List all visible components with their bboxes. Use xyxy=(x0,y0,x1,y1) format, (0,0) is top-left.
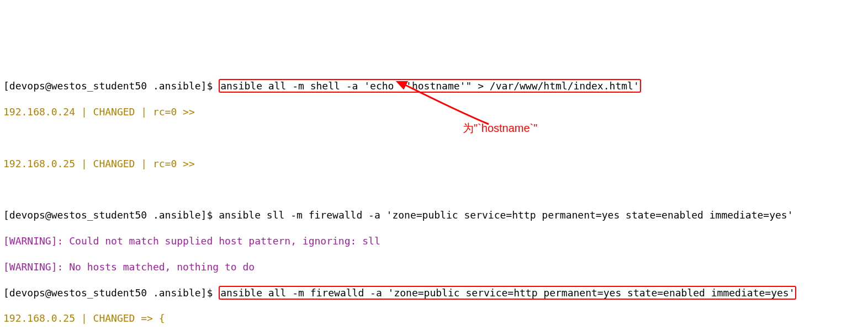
prompt: [devops@westos_student50 .ansible]$ xyxy=(3,209,219,221)
command-1-text: ansible all -m shell -a 'echo "'hostname… xyxy=(220,80,639,92)
command-3-box: ansible all -m firewalld -a 'zone=public… xyxy=(219,286,796,300)
warning-line: [WARNING]: Could not match supplied host… xyxy=(3,235,865,247)
output-line: 192.168.0.24 | CHANGED | rc=0 >> xyxy=(3,105,865,118)
prompt: [devops@westos_student50 .ansible]$ xyxy=(3,287,219,299)
annotation-text: 为"`hostname`" xyxy=(463,121,537,135)
command-2-text: ansible sll -m firewalld -a 'zone=public… xyxy=(219,209,793,221)
warning-line: [WARNING]: No hosts matched, nothing to … xyxy=(3,260,865,273)
output-line: 192.168.0.25 | CHANGED | rc=0 >> xyxy=(3,157,865,170)
command-1-box: ansible all -m shell -a 'echo "'hostname… xyxy=(219,79,641,93)
prompt: [devops@westos_student50 .ansible]$ xyxy=(3,80,219,92)
output-line: 192.168.0.25 | CHANGED => { xyxy=(3,312,865,324)
command-3-text: ansible all -m firewalld -a 'zone=public… xyxy=(220,287,795,299)
terminal[interactable]: [devops@westos_student50 .ansible]$ ansi… xyxy=(0,65,868,330)
